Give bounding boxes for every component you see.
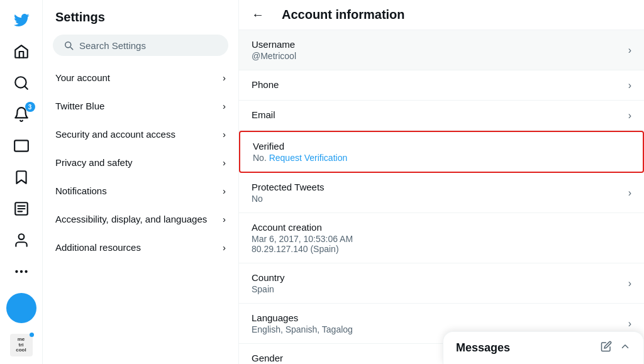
svg-point-7: [15, 270, 18, 273]
settings-item-label: Twitter Blue: [55, 101, 104, 111]
page-title: Account information: [282, 8, 405, 22]
compose-message-icon[interactable]: [601, 341, 612, 355]
settings-item-security[interactable]: Security and account access ›: [43, 120, 238, 148]
home-nav-item[interactable]: [6, 36, 36, 67]
languages-label: Languages: [252, 312, 353, 323]
username-row[interactable]: Username @Metricool ›: [239, 30, 644, 70]
phone-label: Phone: [252, 79, 279, 90]
svg-point-6: [18, 234, 24, 240]
metricool-logo: metricool: [10, 334, 33, 356]
svg-point-9: [25, 270, 27, 273]
chevron-right-icon: ›: [628, 318, 631, 329]
search-bar[interactable]: Search Settings: [53, 35, 228, 56]
search-icon: [63, 40, 74, 51]
protected-tweets-row[interactable]: Protected Tweets No ›: [239, 173, 644, 213]
lists-nav-item[interactable]: [6, 194, 36, 224]
settings-item-twitter-blue[interactable]: Twitter Blue ›: [43, 92, 238, 120]
account-creation-row: Account creation Mar 6, 2017, 10:53:06 A…: [239, 213, 644, 263]
settings-item-label: Security and account access: [55, 129, 175, 140]
gender-label: Gender: [252, 353, 283, 363]
languages-value: English, Spanish, Tagalog: [252, 324, 353, 334]
chevron-right-icon: ›: [628, 187, 631, 199]
messages-title: Messages: [456, 341, 510, 355]
notification-badge: 3: [25, 102, 35, 112]
nav-sidebar: 3: [0, 0, 43, 364]
main-content: ← Account information Username @Metricoo…: [239, 0, 644, 364]
more-nav-item[interactable]: [6, 256, 36, 287]
email-label: Email: [252, 109, 275, 120]
settings-item-notifications[interactable]: Notifications ›: [43, 177, 238, 205]
settings-title: Settings: [43, 0, 238, 30]
account-creation-label: Account creation: [252, 222, 353, 233]
username-value: @Metricool: [252, 51, 296, 61]
verified-no-text: No.: [253, 153, 267, 163]
settings-item-additional[interactable]: Additional resources ›: [43, 233, 238, 262]
messages-actions: [601, 341, 631, 355]
collapse-messages-icon[interactable]: [619, 341, 631, 355]
search-placeholder: Search Settings: [79, 40, 146, 51]
twitter-logo[interactable]: [6, 5, 36, 35]
country-row[interactable]: Country Spain ›: [239, 263, 644, 304]
chevron-right-icon: ›: [628, 278, 631, 289]
settings-item-label: Additional resources: [55, 242, 141, 253]
settings-panel: Settings Search Settings Your account › …: [43, 0, 239, 364]
messages-header: Messages: [443, 332, 643, 364]
protected-tweets-label: Protected Tweets: [252, 182, 325, 192]
svg-line-1: [25, 86, 28, 89]
email-row[interactable]: Email ›: [239, 101, 644, 131]
chevron-right-icon: ›: [223, 101, 226, 111]
chevron-right-icon: ›: [223, 214, 226, 224]
chevron-right-icon: ›: [628, 45, 631, 56]
settings-item-label: Accessibility, display, and languages: [55, 214, 207, 224]
settings-item-label: Privacy and safety: [55, 157, 133, 168]
settings-item-privacy[interactable]: Privacy and safety ›: [43, 148, 238, 177]
back-button[interactable]: ←: [252, 8, 264, 22]
verified-row[interactable]: Verified No. Request Verification: [239, 131, 644, 173]
chevron-right-icon: ›: [223, 185, 226, 196]
messages-panel: Messages: [443, 331, 644, 364]
chevron-right-icon: ›: [223, 129, 226, 140]
request-verification-link[interactable]: Request Verification: [269, 153, 348, 163]
verified-label: Verified: [253, 141, 347, 152]
explore-nav-item[interactable]: [6, 68, 36, 98]
chevron-right-icon: ›: [628, 80, 631, 91]
settings-item-label: Your account: [55, 72, 110, 83]
notifications-nav-item[interactable]: 3: [6, 99, 36, 130]
chevron-right-icon: ›: [628, 110, 631, 121]
verified-value: No. Request Verification: [253, 153, 347, 163]
country-label: Country: [252, 272, 285, 283]
compose-button[interactable]: [6, 293, 36, 323]
profile-nav-item[interactable]: [6, 225, 36, 255]
username-label: Username: [252, 39, 296, 50]
account-creation-value: Mar 6, 2017, 10:53:06 AM 80.29.127.140 (…: [252, 234, 353, 254]
chevron-right-icon: ›: [223, 72, 226, 83]
protected-tweets-value: No: [252, 194, 325, 204]
bookmarks-nav-item[interactable]: [6, 162, 36, 192]
chevron-right-icon: ›: [223, 157, 226, 168]
chevron-right-icon: ›: [223, 242, 226, 253]
country-value: Spain: [252, 284, 285, 294]
svg-point-8: [19, 270, 22, 273]
messages-nav-item[interactable]: [6, 131, 36, 161]
main-header: ← Account information: [239, 0, 644, 30]
settings-item-accessibility[interactable]: Accessibility, display, and languages ›: [43, 205, 238, 233]
settings-item-your-account[interactable]: Your account ›: [43, 63, 238, 92]
phone-row[interactable]: Phone ›: [239, 70, 644, 101]
settings-item-label: Notifications: [55, 185, 107, 196]
